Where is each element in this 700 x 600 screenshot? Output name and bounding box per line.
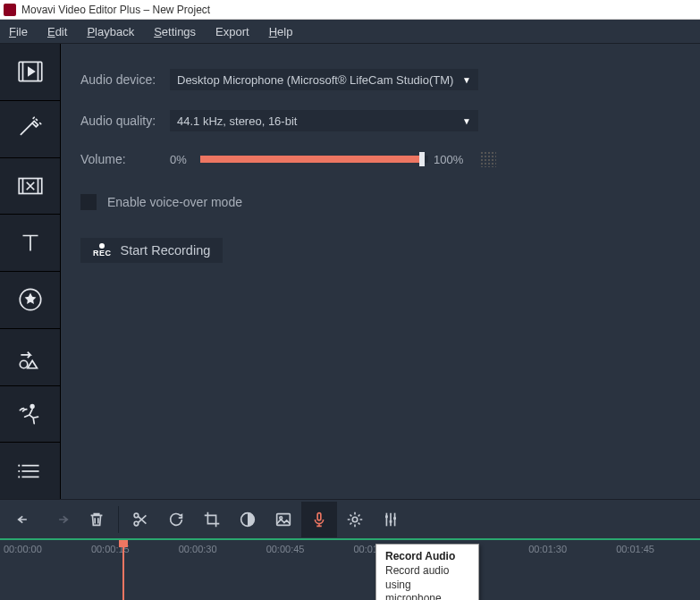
svg-rect-18 [277, 513, 291, 525]
svg-point-7 [20, 360, 28, 368]
window-title: Movavi Video Editor Plus – New Project [21, 4, 210, 16]
sidebar-transitions-button[interactable] [0, 157, 60, 214]
chevron-down-icon: ▼ [462, 116, 471, 126]
audio-recording-panel: Audio device: Desktop Microphone (Micros… [61, 44, 700, 499]
svg-point-13 [18, 470, 20, 472]
color-adjust-button[interactable] [230, 502, 266, 537]
svg-point-21 [352, 517, 358, 522]
start-recording-label: Start Recording [121, 243, 211, 258]
start-recording-button[interactable]: REC Start Recording [80, 238, 223, 263]
sidebar-titles-button[interactable] [0, 215, 60, 271]
chevron-down-icon: ▼ [462, 75, 471, 85]
volume-min: 0% [170, 153, 195, 166]
sidebar-callouts-button[interactable] [0, 329, 60, 385]
svg-point-8 [30, 404, 34, 409]
crop-button[interactable] [194, 502, 230, 537]
svg-point-12 [18, 464, 20, 466]
app-icon [4, 4, 16, 16]
equalizer-button[interactable] [373, 502, 409, 537]
audio-device-value: Desktop Microphone (Microsoft® LifeCam S… [177, 73, 453, 87]
sidebar-animation-button[interactable] [0, 385, 60, 442]
volume-meter-icon [480, 151, 496, 167]
svg-rect-27 [393, 517, 396, 520]
svg-rect-26 [390, 520, 392, 522]
sidebar-stickers-button[interactable] [0, 272, 60, 328]
rec-icon: REC [93, 243, 112, 258]
volume-slider-thumb[interactable] [419, 152, 425, 166]
svg-point-14 [18, 476, 20, 477]
audio-quality-select[interactable]: 44.1 kHz, stereo, 16-bit ▼ [170, 110, 478, 131]
menu-playback[interactable]: Playback [87, 25, 134, 38]
svg-rect-25 [385, 515, 388, 518]
clip-properties-button[interactable] [337, 502, 373, 537]
time-label: 00:00:45 [263, 544, 350, 554]
tool-sidebar [0, 44, 61, 499]
split-button[interactable] [122, 502, 158, 537]
audio-device-label: Audio device: [80, 72, 170, 87]
sidebar-filters-button[interactable] [0, 101, 60, 157]
svg-rect-20 [317, 512, 321, 520]
tooltip-title: Record Audio [385, 550, 469, 562]
sidebar-media-button[interactable] [0, 44, 60, 100]
volume-label: Volume: [80, 152, 170, 166]
time-label: 00:01:30 [525, 544, 612, 554]
volume-slider-fill [200, 156, 419, 163]
time-label: 00:00:15 [88, 544, 175, 554]
playhead[interactable] [123, 540, 128, 600]
audio-device-select[interactable]: Desktop Microphone (Microsoft® LifeCam S… [170, 69, 478, 90]
time-ruler: 00:00:00 00:00:15 00:00:30 00:00:45 00:0… [0, 540, 700, 554]
record-audio-button[interactable] [301, 502, 337, 537]
volume-max: 100% [434, 153, 471, 166]
menu-edit[interactable]: Edit [47, 25, 67, 38]
menu-bar: File Edit Playback Settings Export Help [0, 20, 700, 44]
redo-button[interactable] [43, 502, 79, 537]
audio-quality-label: Audio quality: [80, 114, 170, 128]
menu-help[interactable]: Help [269, 25, 293, 38]
timeline[interactable]: 00:00:00 00:00:15 00:00:30 00:00:45 00:0… [0, 538, 700, 600]
undo-button[interactable] [7, 502, 43, 537]
time-label: 00:00:00 [0, 544, 88, 554]
image-wizard-button[interactable] [266, 502, 301, 537]
time-label: 00:00:30 [175, 544, 263, 554]
voiceover-checkbox[interactable] [80, 194, 97, 210]
sidebar-more-button[interactable] [0, 443, 60, 499]
title-bar: Movavi Video Editor Plus – New Project [0, 0, 700, 20]
timeline-toolbar [0, 499, 700, 538]
menu-export[interactable]: Export [215, 25, 249, 38]
voiceover-label: Enable voice-over mode [107, 195, 242, 209]
audio-quality-value: 44.1 kHz, stereo, 16-bit [177, 114, 297, 128]
menu-file[interactable]: File [9, 25, 28, 38]
time-label: 00:01:45 [612, 544, 700, 554]
menu-settings[interactable]: Settings [154, 25, 196, 38]
volume-slider[interactable] [200, 156, 428, 163]
tooltip-body: Record audio using microphone. [385, 564, 469, 600]
rotate-button[interactable] [158, 502, 194, 537]
record-audio-tooltip: Record Audio Record audio using micropho… [375, 544, 479, 600]
delete-button[interactable] [79, 502, 114, 537]
